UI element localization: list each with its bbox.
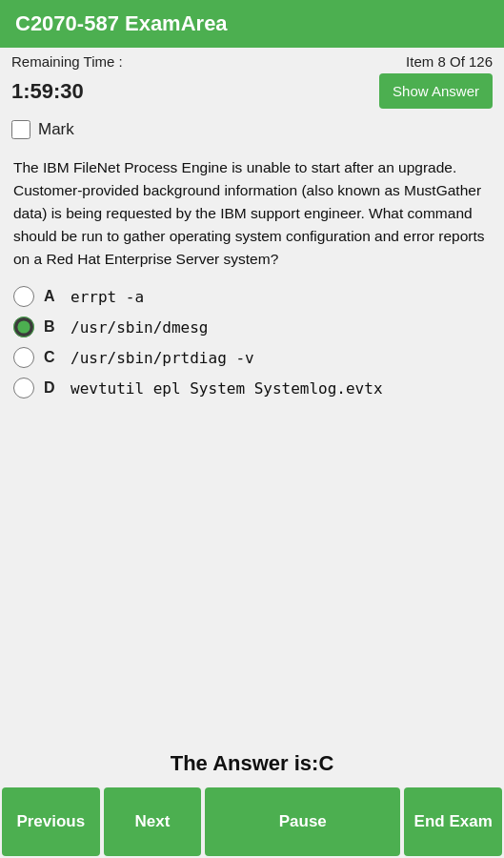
option-letter-d: D xyxy=(44,379,61,397)
question-text: The IBM FileNet Process Engine is unable… xyxy=(0,147,504,280)
mark-checkbox[interactable] xyxy=(11,120,30,139)
option-row-c: C/usr/sbin/prtdiag -v xyxy=(13,347,491,368)
mark-row: Mark xyxy=(0,116,504,147)
end-exam-button[interactable]: End Exam xyxy=(404,787,502,856)
option-row-d: Dwevtutil epl System Systemlog.evtx xyxy=(13,378,491,398)
option-row-b: B/usr/sbin/dmesg xyxy=(13,317,491,337)
option-text-c: /usr/sbin/prtdiag -v xyxy=(71,349,254,367)
options-container: Aerrpt -aB/usr/sbin/dmesgC/usr/sbin/prtd… xyxy=(0,280,504,404)
spacer xyxy=(0,404,504,736)
app-header: C2070-587 ExamArea xyxy=(0,0,504,48)
show-answer-button[interactable]: Show Answer xyxy=(379,73,493,109)
option-text-d: wevtutil epl System Systemlog.evtx xyxy=(71,379,383,398)
option-radio-c[interactable] xyxy=(13,347,34,368)
option-text-a: errpt -a xyxy=(71,288,144,306)
answer-text: The Answer is:C xyxy=(171,751,334,775)
next-button[interactable]: Next xyxy=(104,787,202,856)
option-radio-d[interactable] xyxy=(13,378,34,398)
mark-label[interactable]: Mark xyxy=(38,120,74,139)
option-letter-b: B xyxy=(44,318,61,336)
option-row-a: Aerrpt -a xyxy=(13,286,491,307)
option-letter-a: A xyxy=(44,288,61,305)
option-radio-b[interactable] xyxy=(13,317,34,337)
option-letter-c: C xyxy=(44,349,61,366)
info-bar: Remaining Time : Item 8 Of 126 xyxy=(0,48,504,70)
timer-row: 1:59:30 Show Answer xyxy=(0,70,504,116)
previous-button[interactable]: Previous xyxy=(2,787,100,856)
timer-value: 1:59:30 xyxy=(11,79,84,104)
app-title: C2070-587 ExamArea xyxy=(15,11,228,35)
item-counter: Item 8 Of 126 xyxy=(406,53,493,70)
option-radio-a[interactable] xyxy=(13,286,34,307)
bottom-nav: Previous Next Pause End Exam xyxy=(0,786,504,858)
option-text-b: /usr/sbin/dmesg xyxy=(71,318,209,337)
pause-button[interactable]: Pause xyxy=(205,787,400,856)
answer-reveal: The Answer is:C xyxy=(0,736,504,786)
remaining-time-label: Remaining Time : xyxy=(11,53,123,70)
